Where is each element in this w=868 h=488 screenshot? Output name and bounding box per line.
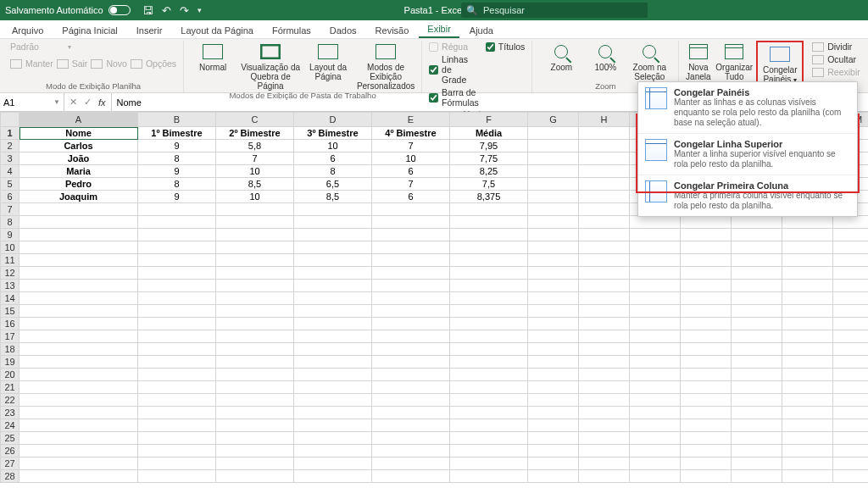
cell-I17[interactable] [630,330,681,343]
cell-K14[interactable] [732,292,782,305]
cell-I20[interactable] [630,369,681,381]
cell-G4[interactable] [528,165,579,178]
col-header-D[interactable]: D [294,113,372,127]
cell-D24[interactable] [294,419,372,432]
cell-C10[interactable] [216,241,294,254]
cell-L21[interactable] [782,381,833,394]
cell-I16[interactable] [630,318,681,330]
zoom-100-button[interactable]: 100% [588,41,622,72]
cell-E3[interactable]: 10 [372,152,450,165]
cell-G2[interactable] [528,140,579,152]
cell-E1[interactable]: 4º Bimestre [372,127,450,140]
row-header-11[interactable]: 11 [1,254,19,267]
cell-H11[interactable] [579,254,630,267]
row-17[interactable]: 17 [1,330,869,343]
cell-I8[interactable] [630,216,681,229]
col-header-E[interactable]: E [372,113,450,127]
cell-G23[interactable] [528,407,579,419]
cell-K19[interactable] [732,356,782,369]
cell-G25[interactable] [528,432,579,445]
cell-C21[interactable] [216,381,294,394]
row-header-25[interactable]: 25 [1,432,19,445]
row-23[interactable]: 23 [1,407,869,419]
cell-C11[interactable] [216,254,294,267]
cell-G8[interactable] [528,216,579,229]
cell-A17[interactable] [19,330,138,343]
cell-G18[interactable] [528,343,579,356]
cell-G16[interactable] [528,318,579,330]
cell-C1[interactable]: 2º Bimestre [216,127,294,140]
cell-K27[interactable] [732,458,782,470]
cell-K10[interactable] [732,241,782,254]
cell-J16[interactable] [681,318,732,330]
row-25[interactable]: 25 [1,432,869,445]
row-16[interactable]: 16 [1,318,869,330]
cell-M17[interactable] [833,330,869,343]
row-header-26[interactable]: 26 [1,445,19,458]
arrange-all-button[interactable]: Organizar Tudo [715,41,753,81]
cell-F3[interactable]: 7,75 [450,152,528,165]
cell-G11[interactable] [528,254,579,267]
row-header-19[interactable]: 19 [1,356,19,369]
cell-A11[interactable] [19,254,138,267]
row-header-27[interactable]: 27 [1,458,19,470]
row-14[interactable]: 14 [1,292,869,305]
cell-E8[interactable] [372,216,450,229]
cell-M19[interactable] [833,356,869,369]
cell-C20[interactable] [216,369,294,381]
fx-icon[interactable]: fx [98,97,106,108]
cell-E20[interactable] [372,369,450,381]
cell-D25[interactable] [294,432,372,445]
cell-I14[interactable] [630,292,681,305]
qat-dropdown-icon[interactable]: ▾ [198,6,202,14]
cell-F8[interactable] [450,216,528,229]
cell-I24[interactable] [630,419,681,432]
cell-M12[interactable] [833,267,869,280]
cancel-icon[interactable]: ✕ [70,97,77,108]
cell-F4[interactable]: 8,25 [450,165,528,178]
cell-F25[interactable] [450,432,528,445]
row-12[interactable]: 12 [1,267,869,280]
cell-M13[interactable] [833,280,869,292]
cell-D14[interactable] [294,292,372,305]
headings-checkbox[interactable]: Títulos [484,41,527,53]
cell-C7[interactable] [216,203,294,216]
cell-M22[interactable] [833,394,869,407]
cell-L19[interactable] [782,356,833,369]
row-header-20[interactable]: 20 [1,369,19,381]
cell-D27[interactable] [294,458,372,470]
cell-C9[interactable] [216,229,294,241]
cell-G24[interactable] [528,419,579,432]
cell-G9[interactable] [528,229,579,241]
cell-D16[interactable] [294,318,372,330]
cell-A13[interactable] [19,280,138,292]
cell-B1[interactable]: 1º Bimestre [138,127,216,140]
cell-H24[interactable] [579,419,630,432]
cell-D3[interactable]: 6 [294,152,372,165]
cell-K24[interactable] [732,419,782,432]
name-box[interactable]: A1▼ [0,93,64,111]
cell-E7[interactable] [372,203,450,216]
cell-J26[interactable] [681,445,732,458]
row-24[interactable]: 24 [1,419,869,432]
row-header-14[interactable]: 14 [1,292,19,305]
cell-C6[interactable]: 10 [216,191,294,203]
cell-F6[interactable]: 8,375 [450,191,528,203]
cell-K12[interactable] [732,267,782,280]
cell-H14[interactable] [579,292,630,305]
cell-F5[interactable]: 7,5 [450,178,528,191]
col-header-B[interactable]: B [138,113,216,127]
freeze-first-col-item[interactable]: Congelar Primeira ColunaManter a primeir… [638,175,857,216]
col-header-A[interactable]: A [19,113,138,127]
cell-H12[interactable] [579,267,630,280]
cell-I15[interactable] [630,305,681,318]
cell-M28[interactable] [833,470,869,483]
cell-G6[interactable] [528,191,579,203]
cell-J8[interactable] [681,216,732,229]
cell-C27[interactable] [216,458,294,470]
cell-D7[interactable] [294,203,372,216]
cell-A16[interactable] [19,318,138,330]
cell-K13[interactable] [732,280,782,292]
cell-I21[interactable] [630,381,681,394]
cell-L10[interactable] [782,241,833,254]
